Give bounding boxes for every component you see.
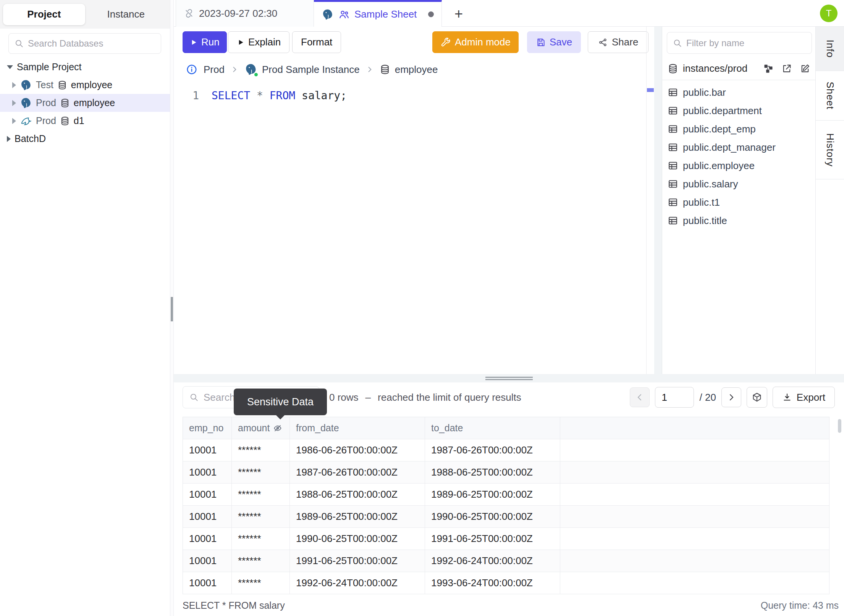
- results-resize-handle[interactable]: [174, 374, 844, 382]
- save-button[interactable]: Save: [527, 31, 581, 53]
- tab-instance[interactable]: Instance: [85, 4, 167, 25]
- tree-item-batchd[interactable]: BatchD: [0, 130, 170, 148]
- cell-to-date[interactable]: 1990-06-25T00:00:00Z: [425, 506, 560, 528]
- admin-mode-button[interactable]: Admin mode: [432, 31, 519, 53]
- schema-table-item[interactable]: public.dept_manager: [662, 138, 816, 156]
- cell-to-date[interactable]: 1993-06-24T00:00:00Z: [425, 572, 560, 594]
- eye-off-icon[interactable]: [273, 423, 283, 433]
- schema-table-item[interactable]: public.title: [662, 211, 816, 230]
- cell-emp-no[interactable]: 10001: [183, 484, 232, 506]
- info-icon[interactable]: [186, 64, 197, 75]
- table-row[interactable]: 10001 ****** 1990-06-25T00:00:00Z 1991-0…: [183, 528, 829, 550]
- chevron-right-icon: [727, 393, 736, 402]
- avatar[interactable]: T: [820, 5, 838, 22]
- edit-icon[interactable]: [800, 63, 810, 74]
- table-row[interactable]: 10001 ****** 1989-06-25T00:00:00Z 1990-0…: [183, 506, 829, 528]
- table-filter-box: [667, 32, 812, 54]
- tree-item-prod-employee[interactable]: Prod employee: [0, 94, 170, 112]
- cell-from-date[interactable]: 1986-06-26T00:00:00Z: [290, 439, 425, 461]
- cell-to-date[interactable]: 1989-06-25T00:00:00Z: [425, 484, 560, 506]
- breadcrumb-instance[interactable]: Prod Sample Instance: [244, 63, 360, 76]
- caret-right-icon[interactable]: [12, 82, 16, 88]
- cell-to-date[interactable]: 1992-06-24T00:00:00Z: [425, 550, 560, 572]
- format-button[interactable]: Format: [292, 31, 341, 53]
- schema-table-item[interactable]: public.employee: [662, 156, 816, 175]
- table-row[interactable]: 10001 ****** 1986-06-26T00:00:00Z 1987-0…: [183, 439, 829, 461]
- explain-button[interactable]: Explain: [228, 31, 289, 53]
- table-row[interactable]: 10001 ****** 1987-06-26T00:00:00Z 1988-0…: [183, 461, 829, 484]
- column-header-from-date[interactable]: from_date: [290, 417, 425, 439]
- tab-history[interactable]: History: [816, 121, 844, 179]
- table-filter-input[interactable]: [686, 38, 806, 48]
- sheet-tab-unsaved[interactable]: 2023-09-27 02:30: [176, 0, 314, 27]
- sheet-tab-sample-sheet[interactable]: Sample Sheet: [314, 0, 442, 27]
- table-row[interactable]: 10001 ****** 1991-06-25T00:00:00Z 1992-0…: [183, 550, 829, 572]
- cell-emp-no[interactable]: 10001: [183, 550, 232, 572]
- database-search-input[interactable]: [28, 38, 155, 49]
- table-row[interactable]: 10001 ****** 1992-06-24T00:00:00Z 1993-0…: [183, 572, 829, 594]
- cell-amount-masked[interactable]: ******: [232, 572, 290, 594]
- table-list: public.bar public.department public.dept…: [662, 83, 816, 230]
- schema-table-item[interactable]: public.department: [662, 102, 816, 120]
- caret-right-icon[interactable]: [12, 100, 16, 106]
- run-button[interactable]: Run: [183, 31, 227, 53]
- cell-to-date[interactable]: 1991-06-25T00:00:00Z: [425, 528, 560, 550]
- tree-item-prod-d1[interactable]: Prod d1: [0, 112, 170, 130]
- cell-amount-masked[interactable]: ******: [232, 484, 290, 506]
- tab-project[interactable]: Project: [3, 4, 85, 25]
- schema-diagram-icon[interactable]: [763, 63, 774, 74]
- cell-from-date[interactable]: 1987-06-26T00:00:00Z: [290, 461, 425, 484]
- cell-to-date[interactable]: 1988-06-25T00:00:00Z: [425, 461, 560, 484]
- tab-sheet[interactable]: Sheet: [816, 71, 844, 121]
- sidebar-resize-handle[interactable]: [170, 0, 174, 616]
- share-button[interactable]: Share: [588, 31, 648, 53]
- schema-table-item[interactable]: public.salary: [662, 175, 816, 193]
- caret-down-icon[interactable]: [7, 65, 13, 69]
- caret-right-icon[interactable]: [12, 118, 16, 124]
- tree-item-sample-project[interactable]: Sample Project: [0, 58, 170, 76]
- cell-amount-masked[interactable]: ******: [232, 439, 290, 461]
- breadcrumb-database[interactable]: employee: [380, 64, 438, 76]
- download-icon: [782, 392, 792, 402]
- page-number-input[interactable]: [655, 387, 694, 408]
- schema-table-item[interactable]: public.dept_emp: [662, 120, 816, 138]
- cell-from-date[interactable]: 1992-06-24T00:00:00Z: [290, 572, 425, 594]
- result-view-button[interactable]: [747, 387, 767, 408]
- table-scrollbar-thumb[interactable]: [838, 419, 841, 433]
- next-page-button[interactable]: [721, 387, 741, 407]
- cell-emp-no[interactable]: 10001: [183, 439, 232, 461]
- cell-amount-masked[interactable]: ******: [232, 528, 290, 550]
- table-row[interactable]: 10001 ****** 1988-06-25T00:00:00Z 1989-0…: [183, 484, 829, 506]
- sheet-tab-label: Sample Sheet: [354, 8, 417, 20]
- table-icon: [668, 105, 678, 116]
- sql-editor[interactable]: 1 SELECT * FROM salary;: [174, 89, 347, 102]
- chevron-right-icon: [366, 66, 373, 73]
- cell-from-date[interactable]: 1988-06-25T00:00:00Z: [290, 484, 425, 506]
- breadcrumb-environment[interactable]: Prod: [204, 64, 225, 76]
- cell-emp-no[interactable]: 10001: [183, 528, 232, 550]
- cell-amount-masked[interactable]: ******: [232, 550, 290, 572]
- tab-info[interactable]: Info: [816, 27, 844, 71]
- new-sheet-button[interactable]: +: [449, 5, 468, 23]
- cell-amount-masked[interactable]: ******: [232, 461, 290, 484]
- tree-item-test-employee[interactable]: Test employee: [0, 76, 170, 94]
- column-header-amount[interactable]: amount: [232, 417, 290, 439]
- caret-right-icon[interactable]: [7, 136, 11, 142]
- cell-to-date[interactable]: 1987-06-26T00:00:00Z: [425, 439, 560, 461]
- cell-emp-no[interactable]: 10001: [183, 572, 232, 594]
- panel-gap: [654, 27, 662, 374]
- schema-table-item[interactable]: public.t1: [662, 193, 816, 211]
- prev-page-button[interactable]: [630, 387, 650, 407]
- cell-emp-no[interactable]: 10001: [183, 461, 232, 484]
- column-header-emp-no[interactable]: emp_no: [183, 417, 232, 439]
- results-table-header: emp_no amount from_date to_date: [183, 417, 829, 439]
- cell-emp-no[interactable]: 10001: [183, 506, 232, 528]
- cell-amount-masked[interactable]: ******: [232, 506, 290, 528]
- export-button[interactable]: Export: [773, 387, 835, 408]
- cell-from-date[interactable]: 1991-06-25T00:00:00Z: [290, 550, 425, 572]
- column-header-to-date[interactable]: to_date: [425, 417, 560, 439]
- cell-from-date[interactable]: 1990-06-25T00:00:00Z: [290, 528, 425, 550]
- cell-from-date[interactable]: 1989-06-25T00:00:00Z: [290, 506, 425, 528]
- schema-table-item[interactable]: public.bar: [662, 83, 816, 102]
- external-link-icon[interactable]: [781, 63, 792, 74]
